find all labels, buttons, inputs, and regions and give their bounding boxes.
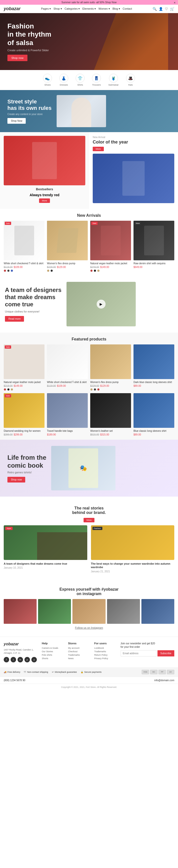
copyright: Copyright © 2021, 2021, Fort Store. All … xyxy=(0,684,178,690)
footer-link[interactable]: Return Policy xyxy=(94,654,115,656)
instagram-image[interactable] xyxy=(107,599,140,624)
featured-card: White short checkered T-shirt & skirt $1… xyxy=(47,344,88,391)
street-banner-text: Street stylehas its own rules Create any… xyxy=(7,98,52,124)
footer-newsletter-col: Join our newsletter and get $20for your … xyxy=(121,642,174,662)
color-dot xyxy=(4,270,6,272)
nav-pages[interactable]: Pages ▾ xyxy=(41,7,51,10)
footer-link[interactable]: Shorts xyxy=(42,657,63,660)
instagram-image[interactable] xyxy=(141,599,174,624)
product-price: $399.00$299.00 xyxy=(4,433,44,436)
play-button[interactable]: ▶ xyxy=(97,300,106,309)
delivery-feature: 🚚 Free delivery xyxy=(4,671,20,673)
follow-instagram-link[interactable]: Follow us on Instagram xyxy=(4,624,174,632)
hero-cta-button[interactable]: Shop now xyxy=(7,55,28,61)
footer-link[interactable]: Careers & Goals xyxy=(42,647,63,649)
product-badge: New xyxy=(135,222,141,225)
hero-subtitle: Create unlimited & Powerful Slider xyxy=(7,49,51,52)
comic-cta-button[interactable]: Shop now xyxy=(7,477,25,483)
comic-image: 🎭 xyxy=(51,446,115,490)
color-dot xyxy=(11,388,13,391)
nav-elements[interactable]: Elements ▾ xyxy=(82,7,96,10)
new-arrival-cta[interactable]: More xyxy=(93,147,104,151)
street-banner: Street stylehas its own rules Create any… xyxy=(0,90,178,132)
footer-link[interactable]: Lookbook xyxy=(94,647,115,649)
comic-title: Life from thecomic book xyxy=(7,454,46,469)
footer-link[interactable]: Polo shirts xyxy=(42,654,63,656)
category-hats[interactable]: 🎩 Hats xyxy=(126,74,135,86)
phone-number[interactable]: (800) 1234 5678 90 xyxy=(4,679,25,682)
instagram-grid xyxy=(4,599,174,624)
blog-date: January 21, 2021 xyxy=(91,570,175,573)
blog-image: Style xyxy=(4,525,87,560)
amex-card: AX xyxy=(167,670,174,674)
guarantee-icon: ↩ xyxy=(52,671,54,673)
color-dot xyxy=(97,388,100,391)
footer-link[interactable]: My account xyxy=(68,647,89,649)
footer-link[interactable]: Privacy Policy xyxy=(94,657,115,660)
user-icon[interactable]: 👤 xyxy=(159,7,163,11)
newsletter-email-input[interactable] xyxy=(121,650,156,656)
new-arrivals-heading: New Arrivals xyxy=(0,209,178,221)
blog-more-button[interactable]: More xyxy=(83,518,95,522)
instagram-image[interactable] xyxy=(72,599,105,624)
instagram-image[interactable] xyxy=(38,599,71,624)
street-banner-image xyxy=(57,95,106,127)
product-price: $189.90 xyxy=(47,433,88,436)
category-shirts[interactable]: 👕 Shirts xyxy=(76,74,84,86)
instagram-icon[interactable]: in xyxy=(17,657,23,662)
footer-link[interactable]: Trademarks xyxy=(94,650,115,653)
product-name: Women's flex dress pump xyxy=(90,380,131,384)
hero-title: Fashionin the rhythmof salsa xyxy=(7,22,51,47)
delivery-label: Free delivery xyxy=(7,671,20,673)
color-dot xyxy=(7,270,10,272)
bestsellers-label: Bestsellers xyxy=(4,187,85,191)
color-dot xyxy=(90,388,93,391)
nav-women[interactable]: Women ▾ xyxy=(98,7,110,10)
instagram-heading: Express yourself with #yobazaron instagr… xyxy=(4,583,174,599)
designers-image: ▶ xyxy=(67,282,136,327)
color-dot xyxy=(90,270,93,272)
bestsellers-more-button[interactable]: More xyxy=(39,198,50,203)
featured-product-image xyxy=(90,393,131,428)
street-banner-cta[interactable]: Shop Now xyxy=(7,118,26,124)
product-badge: Sale xyxy=(5,345,11,349)
comic-subtitle: Retro games tshirts! xyxy=(7,471,46,474)
contact-bar: (800) 1234 5678 90 info@domain.com xyxy=(0,677,178,684)
nav-contact[interactable]: Contact xyxy=(122,7,132,10)
footer-link[interactable]: Checkout xyxy=(68,650,89,653)
category-dresses[interactable]: 👗 Dresses xyxy=(59,74,68,86)
color-dot xyxy=(11,270,13,272)
category-shoes[interactable]: 👟 Shoes xyxy=(43,74,52,86)
color-dot xyxy=(50,270,53,272)
category-trousers[interactable]: 👖 Trousers xyxy=(92,74,101,86)
product-price: $119.00$109.00 xyxy=(4,266,44,269)
nav-categories[interactable]: Categories ▾ xyxy=(65,7,80,10)
no-contact-label: Non-contact shipping xyxy=(27,671,48,673)
footer-link[interactable]: Our Stories xyxy=(42,650,63,653)
category-swimwear[interactable]: 🩱 Swimwear xyxy=(108,74,119,86)
logo[interactable]: yobazar xyxy=(4,6,21,11)
pinterest-icon[interactable]: p xyxy=(25,657,30,662)
wishlist-icon[interactable]: ♡ xyxy=(165,7,168,11)
footer-link[interactable]: News xyxy=(68,657,89,660)
email-address[interactable]: info@domain.com xyxy=(154,679,174,682)
designers-readmore-button[interactable]: Read more xyxy=(5,316,24,322)
blog-grid: Style A team of designers that make drea… xyxy=(4,525,174,573)
nav-shop[interactable]: Shop ▾ xyxy=(54,7,62,10)
product-price: $219.00$149.00 xyxy=(4,384,44,387)
subscribe-button[interactable]: Subscribe xyxy=(157,650,174,656)
product-name: Blue classic long sleeves shirt xyxy=(134,429,174,433)
facebook-icon[interactable]: f xyxy=(4,657,9,662)
product-price: $89.00 xyxy=(134,384,174,387)
blog-card: Fashion The best ways to change your sum… xyxy=(91,525,175,573)
close-icon[interactable]: × xyxy=(174,1,176,4)
instagram-image[interactable] xyxy=(4,599,37,624)
twitter-icon[interactable]: t xyxy=(11,657,16,662)
designers-text: A team of designersthat make dreamscome … xyxy=(5,286,62,321)
search-icon[interactable]: 🔍 xyxy=(152,7,157,11)
youtube-icon[interactable]: y xyxy=(31,657,37,662)
footer-link[interactable]: Trademarks xyxy=(68,654,89,656)
cart-icon[interactable]: 🛒 xyxy=(170,7,174,11)
featured-card: Sale Diamond wedding ring for women $399… xyxy=(4,393,44,436)
nav-blog[interactable]: Blog ▾ xyxy=(112,7,120,10)
